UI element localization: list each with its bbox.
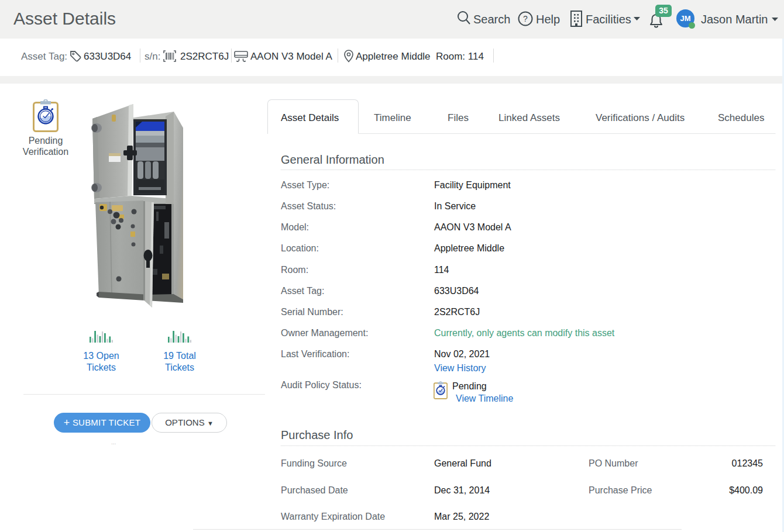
svg-text:?: ? <box>523 14 528 23</box>
